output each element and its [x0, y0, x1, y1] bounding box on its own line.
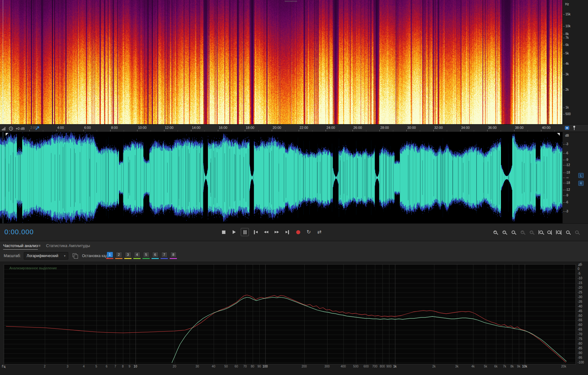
pause-button[interactable]	[241, 228, 249, 236]
time-ruler-label: 20:00	[273, 126, 281, 129]
fast-forward-button[interactable]	[273, 228, 281, 236]
waveform-display[interactable]	[0, 132, 564, 223]
record-button[interactable]	[294, 228, 302, 236]
y-tick-label: -65	[578, 328, 582, 331]
tab-frequency-analysis[interactable]: Частотный анализ	[3, 243, 38, 248]
level-meter-icon[interactable]	[2, 127, 6, 130]
marker-icon[interactable]	[572, 125, 576, 130]
y-tick-label: -20	[578, 286, 582, 289]
zoom-out-point-button[interactable]	[546, 229, 553, 236]
amplitude-ruler-label: -∞	[565, 176, 569, 179]
freq-ruler-label: 6k	[565, 43, 569, 47]
amplitude-ruler[interactable]: dB -3-6-9-12-18-∞-18-12-9-6-3LR	[562, 132, 588, 223]
zoom-in-point-button[interactable]	[537, 229, 544, 236]
hold-button-4[interactable]: 4	[134, 252, 140, 257]
playhead[interactable]	[3, 0, 3, 124]
zoom-to-selection-button[interactable]	[555, 229, 562, 236]
selection-handle-right[interactable]	[557, 133, 560, 136]
hold-color-3	[124, 258, 132, 259]
hold-button-3[interactable]: 3	[125, 252, 131, 257]
channel-badge-r[interactable]: R	[578, 181, 584, 186]
hold-button-7[interactable]: 7	[161, 252, 168, 257]
loop-button[interactable]: ↻	[305, 228, 313, 236]
tab-amplitude-statistics[interactable]: Статистика Амплитуды	[46, 243, 90, 248]
time-ruler-minor-tick	[366, 130, 366, 131]
time-ruler-tick	[379, 130, 380, 131]
frequency-analysis-chart[interactable]	[4, 264, 576, 364]
skip-selection-icon: ⇄	[317, 230, 321, 235]
clock-icon[interactable]	[9, 126, 13, 131]
skip-start-icon	[254, 230, 258, 234]
rewind-button[interactable]	[262, 228, 270, 236]
copy-graph-icon[interactable]	[73, 253, 76, 257]
chart-background	[4, 265, 576, 364]
y-tick-label: -30	[578, 295, 582, 299]
time-display[interactable]: 0:00.000	[4, 228, 34, 236]
y-tick-label: -35	[578, 300, 582, 303]
time-ruler-minor-tick	[474, 130, 474, 131]
y-tick-label: -80	[578, 342, 582, 345]
time-ruler-tick	[487, 130, 487, 131]
time-ruler-minor-tick	[312, 130, 312, 131]
hold-button-group-3: 3	[124, 252, 132, 259]
frequency-analysis-graph: Анализированное выделение Гц дБ 23456789…	[0, 261, 588, 375]
x-tick-label: 800	[380, 365, 385, 368]
hold-button-2[interactable]: 2	[116, 252, 122, 257]
x-tick-label: 100	[262, 365, 268, 368]
hold-button-5[interactable]: 5	[143, 252, 149, 257]
spectrogram-display[interactable]	[0, 0, 564, 124]
panel-grip[interactable]	[285, 1, 297, 2]
time-ruler-label: 18:00	[246, 126, 255, 129]
x-tick-label: 40	[212, 365, 215, 368]
skip-selection-button[interactable]: ⇄	[315, 228, 323, 236]
zoom-selection-button[interactable]	[510, 229, 517, 236]
zoom-out-amplitude-button[interactable]: −	[528, 229, 535, 236]
analysis-controls: Масштаб: Логарифмический ▾ Остановка кад…	[0, 250, 588, 261]
amplitude-ruler-tick	[563, 165, 565, 165]
skip-end-button[interactable]	[283, 228, 291, 236]
zoom-in-amplitude-button[interactable]: +	[519, 229, 526, 236]
panel-menu-icon[interactable]: ≡	[38, 243, 41, 248]
time-ruler-minor-tick	[43, 130, 43, 131]
zoom-out-button[interactable]: −	[501, 229, 508, 236]
scale-select[interactable]: Логарифмический ▾	[24, 252, 68, 260]
x-tick-label: 9	[129, 365, 131, 368]
skip-start-button[interactable]	[251, 228, 260, 236]
monitor-icon[interactable]	[565, 125, 570, 130]
time-ruler-minor-tick	[97, 130, 97, 131]
hold-button-6[interactable]: 6	[152, 252, 158, 257]
hold-buttons: 12345678	[106, 252, 177, 259]
snap-toggle-icon[interactable]	[35, 126, 40, 130]
amplitude-ruler-label: -6	[565, 151, 568, 155]
play-button[interactable]	[230, 228, 238, 236]
freq-ruler-tick	[563, 14, 565, 15]
zoom-in-button[interactable]: +	[492, 229, 498, 236]
x-tick-label: 3k	[455, 365, 459, 368]
time-ruler-tick	[299, 130, 299, 131]
y-tick-label: -95	[578, 356, 582, 359]
time-ruler-minor-tick	[528, 130, 528, 131]
channel-badge-l[interactable]: L	[578, 173, 584, 178]
time-ruler-tick	[353, 130, 353, 131]
zoom-full-button[interactable]	[573, 229, 580, 236]
y-tick-label: -75	[578, 337, 582, 341]
time-ruler-tick	[460, 130, 461, 131]
y-axis-unit-label: дБ	[578, 263, 582, 266]
frequency-ruler[interactable]: Hz 15k10k8k7k6k5k4k3k2k1k500	[562, 0, 588, 124]
time-ruler-minor-tick	[447, 130, 447, 131]
hold-button-1[interactable]: 1	[107, 252, 113, 257]
timeline-ruler[interactable]: +0 dB 2:004:006:008:0010:0012:0014:0016:…	[0, 124, 588, 132]
playhead[interactable]	[3, 132, 3, 223]
time-ruler-minor-tick	[501, 130, 501, 131]
tab-frequency-analysis-label: Частотный анализ	[3, 243, 38, 250]
zoom-reset-button[interactable]	[564, 229, 571, 236]
amplitude-ruler-tick	[563, 160, 565, 160]
zoom-out-icon: −	[503, 231, 506, 234]
gain-readout[interactable]: +0 dB	[16, 127, 25, 130]
x-tick-label: 20	[173, 365, 176, 368]
selection-handle-left[interactable]	[6, 133, 8, 136]
amplitude-unit-label: dB	[565, 134, 569, 137]
hold-button-8[interactable]: 8	[170, 252, 177, 257]
stop-button[interactable]	[219, 228, 228, 236]
amplitude-ruler-label: -6	[565, 200, 568, 204]
